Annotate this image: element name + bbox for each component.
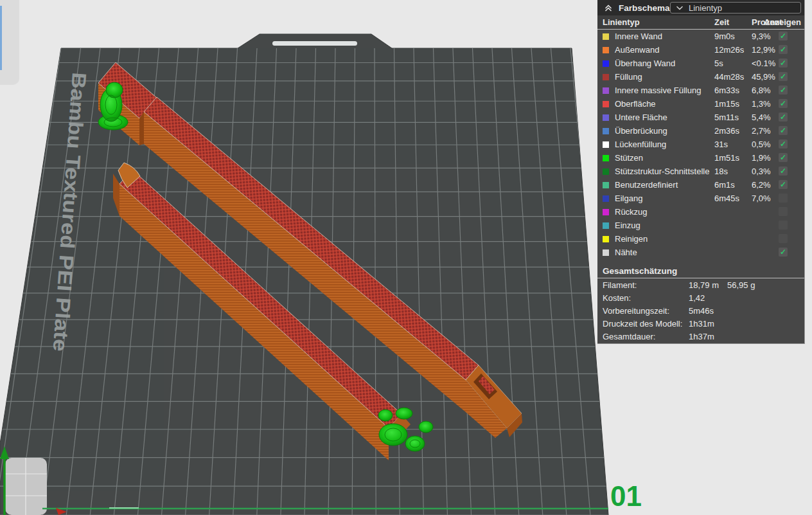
summary-row: Vorbereitungszeit:5m46s xyxy=(597,305,804,317)
color-chip xyxy=(603,222,609,229)
visibility-checkbox[interactable]: ✓ xyxy=(779,153,788,162)
linetype-time: 2m36s xyxy=(714,126,739,136)
linetype-label: Reinigen xyxy=(615,234,648,244)
color-chip xyxy=(603,114,609,121)
linetype-percent: 5,4% xyxy=(752,113,771,122)
visibility-checkbox[interactable]: ✓ xyxy=(779,140,788,149)
linetype-time: 18s xyxy=(714,167,728,176)
color-chip xyxy=(603,101,609,107)
color-chip xyxy=(603,249,609,256)
linetype-time: 9m0s xyxy=(714,32,735,41)
plate-origin-marker xyxy=(5,458,47,515)
linetype-time: 6m33s xyxy=(714,86,739,95)
linetype-row: Überbrückung2m36s2,7%✓ xyxy=(597,124,804,138)
linetype-percent: 6,8% xyxy=(752,86,771,95)
linetype-label: Stützstruktur-Schnittstelle xyxy=(615,167,709,176)
legend-table-header: Linientyp Zeit Prozent Anzeigen xyxy=(597,15,804,30)
legend-rows: Innere Wand9m0s9,3%✓Außenwand12m26s12,9%… xyxy=(597,30,804,259)
visibility-checkbox[interactable]: ✓ xyxy=(779,113,788,122)
linetype-row: Überhang Wand5s<0.1%✓ xyxy=(597,57,804,70)
view-type-dropdown[interactable]: Linientyp xyxy=(670,2,801,14)
visibility-checkbox[interactable]: ✓ xyxy=(779,126,788,135)
linetype-time: 31s xyxy=(714,140,728,149)
summary-value: 18,79 m xyxy=(689,280,719,290)
summary-label: Filament: xyxy=(603,280,637,290)
column-header-time: Zeit xyxy=(714,17,729,27)
summary-row: Kosten:1,42 xyxy=(597,292,804,304)
plate-handle-slot xyxy=(272,41,357,46)
linetype-percent: 9,3% xyxy=(752,32,771,41)
visibility-checkbox[interactable] xyxy=(779,207,788,216)
linetype-label: Eilgang xyxy=(615,194,642,203)
visibility-checkbox[interactable]: ✓ xyxy=(779,72,788,81)
linetype-row: Einzug xyxy=(597,219,804,232)
linetype-label: Benutzerdefiniert xyxy=(615,180,678,190)
linetype-time: 6m1s xyxy=(714,180,735,190)
linetype-row: Lückenfüllung31s0,5%✓ xyxy=(597,138,804,151)
visibility-checkbox[interactable] xyxy=(779,194,788,203)
linetype-percent: <0.1% xyxy=(752,59,775,68)
summary-row: Filament:18,79 m56,95 g xyxy=(597,279,804,291)
color-chip xyxy=(603,168,609,175)
summary-row: Druckzeit des Modell:1h31m xyxy=(597,318,804,330)
summary-value: 5m46s xyxy=(689,306,714,316)
linetype-time: 44m28s xyxy=(714,72,744,82)
linetype-label: Untere Fläche xyxy=(615,113,667,122)
linetype-row: Füllung44m28s45,9%✓ xyxy=(597,70,804,84)
column-header-show: Anzeigen xyxy=(764,17,801,27)
color-scheme-panel: Farbschema Linientyp Linientyp Zeit Proz… xyxy=(597,0,805,344)
summary-label: Kosten: xyxy=(603,293,631,303)
color-chip xyxy=(603,209,609,215)
color-chip xyxy=(603,195,609,202)
linetype-row: Benutzerdefiniert6m1s6,2%✓ xyxy=(597,178,804,192)
summary-value-2: 56,95 g xyxy=(727,280,755,290)
color-chip xyxy=(603,74,609,80)
linetype-label: Oberfläche xyxy=(615,99,656,109)
color-chip xyxy=(603,47,609,53)
color-chip xyxy=(603,87,609,94)
left-panel-fragment xyxy=(0,0,19,85)
visibility-checkbox[interactable]: ✓ xyxy=(779,167,788,176)
chevron-double-up-icon[interactable] xyxy=(603,3,613,13)
linetype-label: Nähte xyxy=(615,248,637,257)
plate-number-label[interactable]: 01 xyxy=(610,480,642,512)
linetype-percent: 2,7% xyxy=(752,126,771,136)
visibility-checkbox[interactable]: ✓ xyxy=(779,248,788,257)
visibility-checkbox[interactable]: ✓ xyxy=(779,99,788,108)
linetype-row: Innere massive Füllung6m33s6,8%✓ xyxy=(597,84,804,97)
summary-value: 1h31m xyxy=(689,319,714,329)
summary-value: 1,42 xyxy=(689,293,705,303)
linetype-row: Oberfläche1m15s1,3%✓ xyxy=(597,97,804,111)
linetype-label: Überhang Wand xyxy=(615,59,675,68)
summary-label: Vorbereitungszeit: xyxy=(603,306,669,316)
linetype-time: 12m26s xyxy=(714,45,744,55)
linetype-row: Rückzug xyxy=(597,205,804,219)
color-chip xyxy=(603,155,609,161)
color-chip xyxy=(603,33,609,40)
visibility-checkbox[interactable]: ✓ xyxy=(779,86,788,95)
visibility-checkbox[interactable]: ✓ xyxy=(779,45,788,54)
linetype-percent: 7,0% xyxy=(752,194,771,203)
visibility-checkbox[interactable] xyxy=(779,234,788,243)
visibility-checkbox[interactable]: ✓ xyxy=(779,180,788,189)
linetype-label: Überbrückung xyxy=(615,126,667,136)
summary-label: Gesamtdauer: xyxy=(603,332,655,341)
left-panel-scroll-indicator[interactable] xyxy=(0,6,2,70)
linetype-row: Nähte✓ xyxy=(597,246,804,259)
linetype-label: Innere Wand xyxy=(615,32,662,41)
summary-row: Gesamtdauer:1h37m xyxy=(597,330,804,343)
visibility-checkbox[interactable]: ✓ xyxy=(779,59,788,68)
column-header-linetype: Linientyp xyxy=(603,17,640,27)
linetype-label: Innere massive Füllung xyxy=(615,86,701,95)
linetype-time: 6m45s xyxy=(714,194,739,203)
linetype-time: 1m15s xyxy=(714,99,739,109)
summary-label: Druckzeit des Modell: xyxy=(603,319,682,329)
linetype-row: Untere Fläche5m11s5,4%✓ xyxy=(597,111,804,124)
linetype-label: Stützen xyxy=(615,153,643,163)
linetype-row: Stützen1m51s1,9%✓ xyxy=(597,151,804,165)
linetype-row: Stützstruktur-Schnittstelle18s0,3%✓ xyxy=(597,165,804,178)
visibility-checkbox[interactable] xyxy=(779,221,788,230)
linetype-percent: 0,5% xyxy=(752,140,771,149)
visibility-checkbox[interactable]: ✓ xyxy=(779,32,788,41)
linetype-row: Außenwand12m26s12,9%✓ xyxy=(597,43,804,57)
